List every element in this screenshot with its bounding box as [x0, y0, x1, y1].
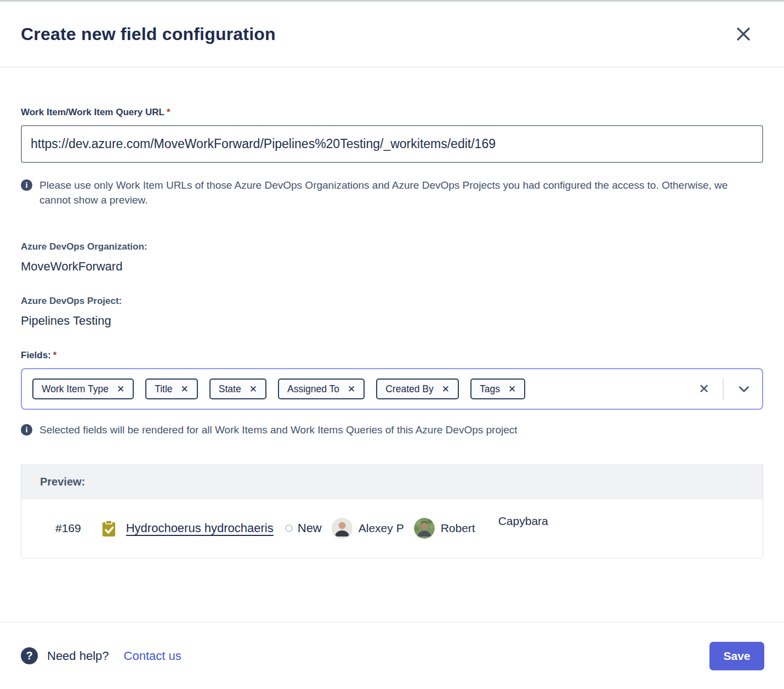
url-note-text: Please use only Work Item URLs of those …: [39, 178, 752, 207]
remove-field-icon[interactable]: ✕: [442, 385, 450, 394]
project-value: Pipelines Testing: [21, 314, 763, 328]
fields-note-text: Selected fields will be rendered for all…: [39, 422, 518, 437]
info-icon: i: [21, 424, 32, 436]
url-field-label-text: Work Item/Work Item Query URL: [21, 107, 164, 117]
field-chip-label: Created By: [385, 383, 434, 395]
state-label: New: [298, 521, 322, 535]
avatar: [332, 518, 353, 539]
clear-all-icon[interactable]: ✕: [698, 382, 709, 396]
field-chip: State✕: [209, 379, 266, 399]
save-button[interactable]: Save: [709, 642, 764, 670]
remove-field-icon[interactable]: ✕: [508, 385, 516, 394]
field-chip: Work Item Type✕: [32, 379, 134, 399]
info-icon: i: [21, 179, 32, 191]
field-chip: Title✕: [145, 379, 198, 399]
field-chip: Tags✕: [470, 379, 525, 399]
work-item-state: New: [285, 521, 322, 535]
preview-header: Preview:: [21, 465, 763, 499]
required-asterisk: *: [53, 350, 57, 360]
create-field-configuration-dialog: Create new field configuration Work Item…: [0, 0, 784, 689]
assigned-to-user: Alexey P: [332, 518, 404, 539]
remove-field-icon[interactable]: ✕: [348, 385, 355, 394]
dialog-footer: ? Need help? Contact us Save: [0, 622, 784, 689]
dialog-header: Create new field configuration: [0, 2, 784, 67]
created-by-user: Robert: [414, 518, 475, 539]
state-circle-icon: [285, 524, 293, 532]
fields-label-text: Fields:: [21, 350, 51, 360]
chevron-down-icon[interactable]: [737, 382, 751, 396]
field-chip-label: Work Item Type: [42, 383, 109, 395]
remove-field-icon[interactable]: ✕: [249, 385, 257, 394]
field-chip-label: Tags: [480, 383, 500, 395]
remove-field-icon[interactable]: ✕: [117, 385, 124, 394]
fields-info-note: i Selected fields will be rendered for a…: [21, 422, 763, 437]
organization-value: MoveWorkForward: [21, 259, 763, 274]
close-icon: [735, 26, 752, 42]
field-chip-label: State: [219, 383, 241, 395]
work-item-url-input[interactable]: [21, 125, 763, 163]
work-item-preview-row: #169 Hydrochoerus hydrochaeris New: [21, 499, 763, 558]
field-chip-label: Assigned To: [287, 383, 339, 395]
fields-label: Fields:*: [21, 350, 763, 361]
avatar: [414, 518, 435, 539]
fields-chip-list: Work Item Type✕Title✕State✕Assigned To✕C…: [32, 379, 525, 399]
required-asterisk: *: [167, 107, 171, 117]
multiselect-controls: ✕: [698, 377, 751, 400]
help-icon: ?: [21, 647, 38, 664]
need-help-text: Need help?: [47, 649, 109, 663]
dialog-body: Work Item/Work Item Query URL* i Please …: [0, 67, 784, 622]
dialog-title: Create new field configuration: [21, 24, 276, 44]
close-button[interactable]: [731, 22, 755, 46]
project-label: Azure DevOps Project:: [21, 296, 763, 307]
work-item-tags: Capybara: [498, 515, 548, 528]
fields-multiselect[interactable]: Work Item Type✕Title✕State✕Assigned To✕C…: [21, 368, 763, 410]
field-chip-label: Title: [155, 383, 172, 395]
remove-field-icon[interactable]: ✕: [181, 385, 189, 394]
created-by-name: Robert: [441, 522, 475, 535]
field-chip: Created By✕: [376, 379, 459, 399]
organization-label: Azure DevOps Organization:: [21, 241, 763, 252]
url-info-note: i Please use only Work Item URLs of thos…: [21, 178, 763, 207]
assigned-to-name: Alexey P: [359, 522, 404, 535]
work-item-id: #169: [55, 522, 81, 535]
contact-us-link[interactable]: Contact us: [124, 649, 181, 663]
work-item-title-link[interactable]: Hydrochoerus hydrochaeris: [126, 521, 274, 535]
url-field-label: Work Item/Work Item Query URL*: [21, 107, 763, 118]
task-clipboard-icon: [101, 520, 116, 537]
field-chip: Assigned To✕: [278, 379, 365, 399]
preview-box: Preview: #169 Hydrochoerus hydrochaeris …: [21, 465, 763, 558]
multiselect-divider: [723, 377, 724, 400]
preview-title: Preview:: [40, 476, 85, 488]
